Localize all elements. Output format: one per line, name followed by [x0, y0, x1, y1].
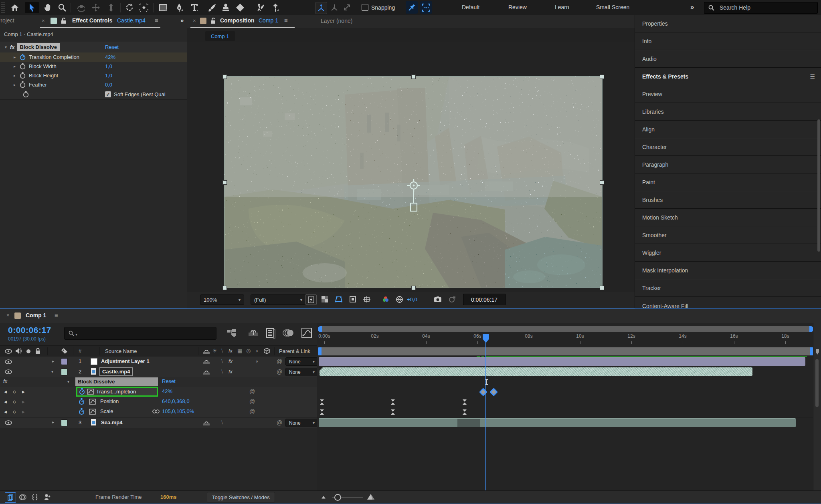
- mask-visibility-icon[interactable]: [334, 294, 344, 304]
- motion-blur-column-icon[interactable]: ◎: [246, 348, 251, 354]
- panel-tab-motion-sketch[interactable]: Motion Sketch: [635, 209, 821, 226]
- pickwhip-icon[interactable]: @: [249, 408, 255, 415]
- hand-tool-icon[interactable]: [42, 2, 54, 13]
- pan-bar-left-handle[interactable]: [318, 326, 322, 332]
- property-row-transition-completion[interactable]: ◀ ◇ ▶ Transit...mpletion 42% @: [0, 387, 317, 397]
- threed-column-icon[interactable]: [264, 348, 270, 354]
- next-keyframe-icon[interactable]: ▶: [22, 410, 25, 414]
- pen-tool-icon[interactable]: [173, 2, 185, 13]
- tab-composition-target[interactable]: Comp 1: [259, 17, 278, 24]
- workspace-tab-learn[interactable]: Learn: [555, 4, 569, 10]
- effect-reset-link[interactable]: Reset: [162, 378, 176, 384]
- property-value[interactable]: 42%: [162, 388, 172, 394]
- brainstorm-icon[interactable]: [43, 494, 52, 501]
- property-row-position[interactable]: ◀ ◇ ▶ Position 640,0,368,0 @: [0, 397, 317, 407]
- exposure-value[interactable]: +0,0: [407, 296, 417, 302]
- stopwatch-icon[interactable]: [79, 408, 85, 415]
- roto-brush-icon[interactable]: [254, 2, 266, 13]
- layer-bar-castle[interactable]: [320, 367, 752, 376]
- show-snapshot-icon[interactable]: [447, 294, 457, 304]
- eye-icon[interactable]: [5, 369, 12, 374]
- layer-expander-icon[interactable]: ▸: [52, 420, 54, 424]
- next-keyframe-icon[interactable]: ▶: [22, 400, 25, 404]
- layer-label-swatch[interactable]: [61, 419, 68, 426]
- view-axis-icon[interactable]: [342, 2, 353, 13]
- panel-menu-icon[interactable]: ≡: [284, 17, 288, 24]
- param-value[interactable]: 1,0: [105, 73, 112, 79]
- anchor-point-icon[interactable]: [406, 177, 422, 214]
- panel-tab-audio[interactable]: Audio: [635, 50, 821, 68]
- effects-column-icon[interactable]: fx: [229, 348, 233, 354]
- solo-column-icon[interactable]: [26, 349, 30, 353]
- graph-icon[interactable]: [89, 409, 96, 415]
- motion-blur-icon[interactable]: [282, 328, 294, 338]
- timeline-tab-label[interactable]: Comp 1: [26, 312, 46, 319]
- unlock-icon[interactable]: [210, 18, 216, 24]
- property-row-scale[interactable]: ◀ ◇ ▶ Scale 105,0,105,0% @: [0, 407, 317, 417]
- keyframe-icon[interactable]: [462, 409, 467, 415]
- quality-column-icon[interactable]: ⧵: [221, 348, 223, 354]
- shy-column-icon[interactable]: [203, 348, 210, 355]
- expression-marker-icon[interactable]: [484, 379, 489, 385]
- selection-handle[interactable]: [600, 75, 604, 79]
- layer-name-box[interactable]: Castle.mp4: [99, 367, 133, 376]
- link-dimensions-icon[interactable]: [152, 409, 160, 413]
- graph-editor-toggle-icon[interactable]: [31, 494, 38, 501]
- zoom-tool-icon[interactable]: [56, 2, 68, 13]
- timeline-ruler[interactable]: 0:00s 02s 04s 06s 08s 10s 12s 14s 16s 18…: [317, 333, 821, 346]
- param-value[interactable]: 42%: [105, 54, 115, 60]
- tab-close-icon[interactable]: ×: [6, 312, 10, 318]
- stopwatch-icon[interactable]: [20, 81, 26, 88]
- panel-overflow-icon[interactable]: »: [180, 17, 184, 24]
- timeline-vertical-scrollbar[interactable]: [815, 359, 819, 407]
- snapping-checkbox[interactable]: [362, 4, 368, 11]
- parent-dropdown[interactable]: None▾: [285, 419, 318, 427]
- parent-dropdown[interactable]: None▾: [285, 368, 318, 376]
- add-keyframe-icon[interactable]: ◇: [13, 389, 16, 394]
- layer-bar-sea[interactable]: [319, 418, 796, 427]
- effect-name-chip[interactable]: Block Dissolve: [75, 377, 158, 386]
- search-options-icon[interactable]: ▾: [75, 332, 77, 337]
- panel-tab-brushes[interactable]: Brushes: [635, 192, 821, 209]
- selection-handle[interactable]: [600, 180, 604, 185]
- camera-region-icon[interactable]: [138, 2, 150, 13]
- property-label[interactable]: Scale: [100, 408, 113, 414]
- type-tool-icon[interactable]: [188, 2, 200, 13]
- pickwhip-icon[interactable]: @: [277, 358, 282, 365]
- timeline-search-box[interactable]: ▾: [64, 327, 216, 340]
- current-time-display[interactable]: 0:00:06:17: [8, 325, 51, 335]
- home-icon[interactable]: [9, 2, 21, 13]
- layer-expander-icon[interactable]: ▾: [51, 369, 53, 374]
- adjustment-switch-icon[interactable]: ◑: [255, 358, 258, 364]
- panel-menu-icon[interactable]: ☰: [810, 73, 815, 80]
- collapse-column-icon[interactable]: ☀: [212, 348, 217, 354]
- param-value[interactable]: 0,0: [105, 82, 112, 88]
- rectangle-tool-icon[interactable]: [157, 2, 169, 13]
- add-keyframe-icon[interactable]: ◇: [13, 399, 16, 404]
- eye-icon[interactable]: [5, 420, 12, 425]
- channels-icon[interactable]: [380, 294, 391, 304]
- video-column-eye-icon[interactable]: [5, 349, 12, 354]
- panel-tab-align[interactable]: Align: [635, 121, 821, 138]
- exposure-icon[interactable]: [394, 294, 404, 304]
- fast-previews-icon[interactable]: [305, 294, 317, 305]
- shy-switch-icon[interactable]: [203, 369, 210, 375]
- panel-menu-icon[interactable]: ≡: [55, 312, 58, 319]
- keyframe-icon[interactable]: [320, 409, 324, 415]
- panel-tab-effects-presets[interactable]: Effects & Presets ☰: [635, 68, 821, 85]
- effect-name-label[interactable]: Block Dissolve: [17, 43, 60, 51]
- audio-column-icon[interactable]: [15, 348, 22, 354]
- selection-handle[interactable]: [222, 286, 227, 290]
- pickwhip-icon[interactable]: @: [249, 398, 255, 405]
- keyframe-icon[interactable]: [390, 409, 395, 415]
- quality-switch-icon[interactable]: ⧵: [221, 369, 223, 375]
- shy-layers-icon[interactable]: [248, 328, 259, 338]
- viewer-timecode-box[interactable]: 0:00:06:17: [463, 294, 506, 305]
- dolly-camera-icon[interactable]: [105, 2, 117, 13]
- panel-tab-paragraph[interactable]: Paragraph: [635, 156, 821, 173]
- help-search-box[interactable]: Search Help: [704, 2, 818, 14]
- snapshot-icon[interactable]: [433, 294, 443, 304]
- stopwatch-icon[interactable]: [20, 72, 26, 79]
- work-area-bar[interactable]: [318, 347, 813, 356]
- tab-effect-controls-target[interactable]: Castle.mp4: [117, 17, 146, 24]
